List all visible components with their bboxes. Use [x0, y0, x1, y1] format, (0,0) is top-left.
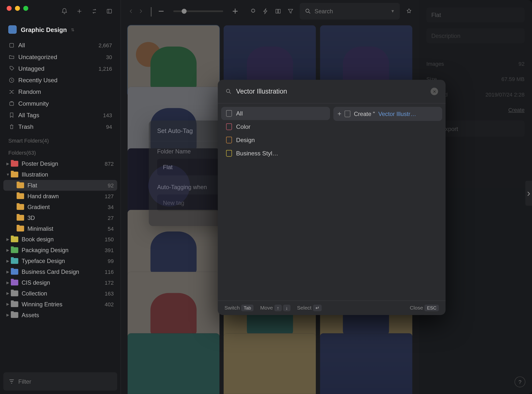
chevron-right-icon[interactable]: ▶ [5, 259, 11, 263]
name-field[interactable]: Flat [426, 7, 525, 22]
zoom-out-button[interactable]: − [158, 5, 164, 17]
zoom-in-button[interactable]: + [232, 5, 238, 17]
thumbnail[interactable] [127, 25, 219, 96]
folder-illustration[interactable]: ▼ Illustration [3, 169, 117, 180]
chevron-right-icon[interactable]: ▶ [5, 270, 11, 274]
folder-assets[interactable]: ▶ Assets [3, 310, 117, 320]
create-tag-button[interactable]: + Create "Vector Illustr… [333, 107, 442, 121]
filter-bar[interactable] [3, 372, 117, 391]
chevron-updown-icon: ⇅ [71, 27, 74, 32]
sidebar-item-label: Community [18, 100, 112, 107]
thumbnail[interactable] [320, 333, 412, 394]
folder-icon [11, 301, 18, 307]
meta-value: 92 [518, 61, 524, 67]
library-switcher[interactable]: Graphic Design ⇅ [0, 22, 120, 39]
folder-book-design[interactable]: ▶ Book design 150 [3, 234, 117, 245]
sidebar-item-recently-used[interactable]: Recently Used [3, 74, 117, 86]
folder-collection[interactable]: ▶ Collection 163 [3, 288, 117, 299]
folder-icon [11, 312, 18, 318]
tag-item-all[interactable]: All [221, 107, 330, 120]
zoom-slider[interactable] [173, 10, 223, 12]
folders-heading[interactable]: Folders(63) [0, 146, 120, 158]
sidebar-item-all-tags[interactable]: All Tags 143 [3, 109, 117, 121]
svg-rect-5 [278, 9, 280, 13]
sidebar-item-label: Random [18, 88, 112, 95]
pin-icon[interactable] [406, 5, 412, 17]
create-query: Vector Illustr… [378, 111, 416, 117]
close-window[interactable] [7, 6, 12, 11]
folder-count: 27 [108, 215, 114, 221]
smart-folders-heading[interactable]: Smart Folders(4) [0, 133, 120, 146]
description-field[interactable]: Description [426, 28, 525, 43]
folder-3d[interactable]: 3D 27 [3, 212, 117, 223]
sidebar-item-untagged[interactable]: Untagged 1,216 [3, 63, 117, 74]
thumbnail[interactable] [224, 333, 316, 394]
chevron-right-icon[interactable]: ▶ [5, 280, 11, 285]
sidebar-item-label: All [18, 42, 99, 49]
chevron-right-icon[interactable]: ▶ [5, 162, 11, 166]
minimize-window[interactable] [15, 6, 20, 11]
folder-icon [17, 215, 24, 221]
bookmark-icon [345, 111, 351, 117]
svg-rect-4 [276, 9, 278, 13]
folder-icon [11, 280, 18, 286]
folder-minimalist[interactable]: Minimalist 54 [3, 223, 117, 234]
folder-typeface-design[interactable]: ▶ Typeface Design 99 [3, 256, 117, 266]
folder-flat[interactable]: Flat 92 [3, 180, 117, 191]
close-hint[interactable]: Close ESC [410, 305, 439, 311]
folder-icon [11, 291, 18, 296]
sidebar-item-all[interactable]: All 2,667 [3, 39, 117, 51]
folder-label: Business Card Design [22, 268, 105, 275]
move-hint: Move ↑ ↓ [260, 305, 290, 311]
sidebar-item-trash[interactable]: Trash 94 [3, 121, 117, 132]
sidebar-item-community[interactable]: Community [3, 98, 117, 109]
collapse-panel-button[interactable]: › [525, 181, 532, 206]
folder-icon [11, 236, 18, 242]
search-input[interactable] [315, 8, 387, 14]
bolt-icon[interactable] [262, 5, 269, 17]
folder-label: Gradient [27, 204, 108, 210]
tag-item-color[interactable]: Color [221, 120, 330, 133]
thumbnail[interactable] [127, 272, 219, 343]
chevron-down-icon[interactable]: ▼ [391, 9, 395, 13]
notifications-icon[interactable] [61, 7, 68, 15]
folder-packaging-design[interactable]: ▶ Packaging Design 391 [3, 245, 117, 256]
tag-item-design[interactable]: Design [221, 133, 330, 147]
forward-button[interactable] [137, 5, 144, 17]
sidebar-item-uncategorized[interactable]: Uncategorized 30 [3, 51, 117, 63]
add-icon[interactable] [75, 7, 83, 15]
chevron-right-icon[interactable]: ▶ [5, 291, 11, 296]
folder-poster-design[interactable]: ▶ Poster Design 872 [3, 158, 117, 169]
tag-icon [8, 65, 18, 72]
extension-icon[interactable] [250, 5, 256, 17]
chevron-right-icon[interactable]: ▶ [5, 248, 11, 252]
filter-input[interactable] [18, 378, 112, 385]
nav-arrows [127, 5, 144, 17]
tag-item-business[interactable]: Business Styl… [221, 147, 330, 160]
clear-button[interactable]: ✕ [431, 88, 438, 95]
columns-icon[interactable] [275, 5, 281, 17]
help-button[interactable]: ? [515, 377, 525, 387]
tag-search-input[interactable] [236, 88, 427, 95]
zoom-thumb[interactable] [182, 9, 186, 14]
chevron-down-icon[interactable]: ▼ [5, 172, 11, 177]
create-link[interactable]: Create [508, 107, 525, 113]
folder-business-card[interactable]: ▶ Business Card Design 116 [3, 266, 117, 277]
folder-gradient[interactable]: Gradient 34 [3, 201, 117, 212]
folder-hand-drawn[interactable]: Hand drawn 127 [3, 191, 117, 202]
chevron-right-icon[interactable]: ▶ [5, 302, 11, 306]
chevron-right-icon[interactable]: ▶ [5, 313, 11, 317]
sidebar-item-random[interactable]: Random [3, 86, 117, 98]
sync-icon[interactable] [90, 7, 98, 15]
folder-count: 172 [105, 279, 114, 286]
maximize-window[interactable] [23, 6, 28, 11]
chevron-right-icon[interactable]: ▶ [5, 237, 11, 242]
folder-cis-design[interactable]: ▶ CIS design 172 [3, 277, 117, 288]
sidebar-toggle-icon[interactable] [105, 7, 113, 15]
folder-winning-entries[interactable]: ▶ Winning Entries 402 [3, 299, 117, 310]
filter-icon[interactable] [287, 5, 294, 17]
thumbnail[interactable] [127, 333, 219, 394]
search-box[interactable]: ▼ [299, 3, 400, 19]
folder-count: 116 [105, 269, 114, 275]
back-button[interactable] [127, 5, 134, 17]
